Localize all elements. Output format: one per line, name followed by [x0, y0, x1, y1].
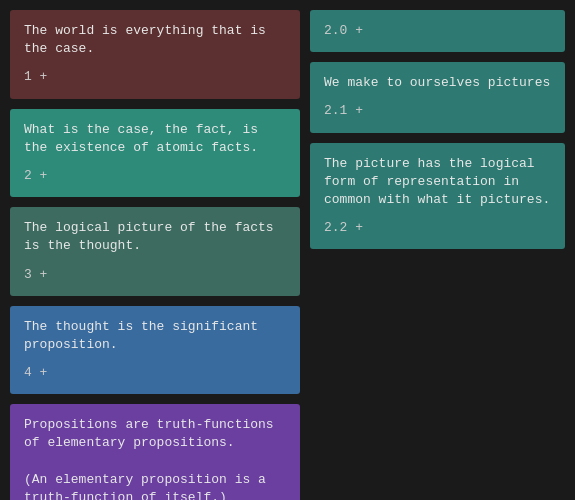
card-2.2[interactable]: The picture has the logical form of repr… — [310, 143, 565, 250]
card-3-text: The logical picture of the facts is the … — [24, 219, 286, 255]
card-2.1-num: 2.1 + — [324, 102, 551, 120]
card-2.1-text: We make to ourselves pictures — [324, 74, 551, 92]
card-3-num: 3 + — [24, 266, 286, 284]
card-2.0-num: 2.0 + — [324, 22, 551, 40]
card-3[interactable]: The logical picture of the facts is the … — [10, 207, 300, 296]
card-2.2-text: The picture has the logical form of repr… — [324, 155, 551, 210]
card-5[interactable]: Propositions are truth-functions of elem… — [10, 404, 300, 500]
right-column: 2.0 + We make to ourselves pictures 2.1 … — [310, 10, 565, 490]
card-2-num: 2 + — [24, 167, 286, 185]
card-4[interactable]: The thought is the significant propositi… — [10, 306, 300, 395]
card-2.0[interactable]: 2.0 + — [310, 10, 565, 52]
card-5-text: Propositions are truth-functions of elem… — [24, 416, 286, 500]
card-2.2-num: 2.2 + — [324, 219, 551, 237]
card-2.1[interactable]: We make to ourselves pictures 2.1 + — [310, 62, 565, 132]
card-1-num: 1 + — [24, 68, 286, 86]
card-2-text: What is the case, the fact, is the exist… — [24, 121, 286, 157]
card-4-num: 4 + — [24, 364, 286, 382]
main-layout: The world is everything that is the case… — [10, 10, 565, 490]
card-1[interactable]: The world is everything that is the case… — [10, 10, 300, 99]
card-4-text: The thought is the significant propositi… — [24, 318, 286, 354]
card-1-text: The world is everything that is the case… — [24, 22, 286, 58]
card-2[interactable]: What is the case, the fact, is the exist… — [10, 109, 300, 198]
left-column: The world is everything that is the case… — [10, 10, 300, 490]
